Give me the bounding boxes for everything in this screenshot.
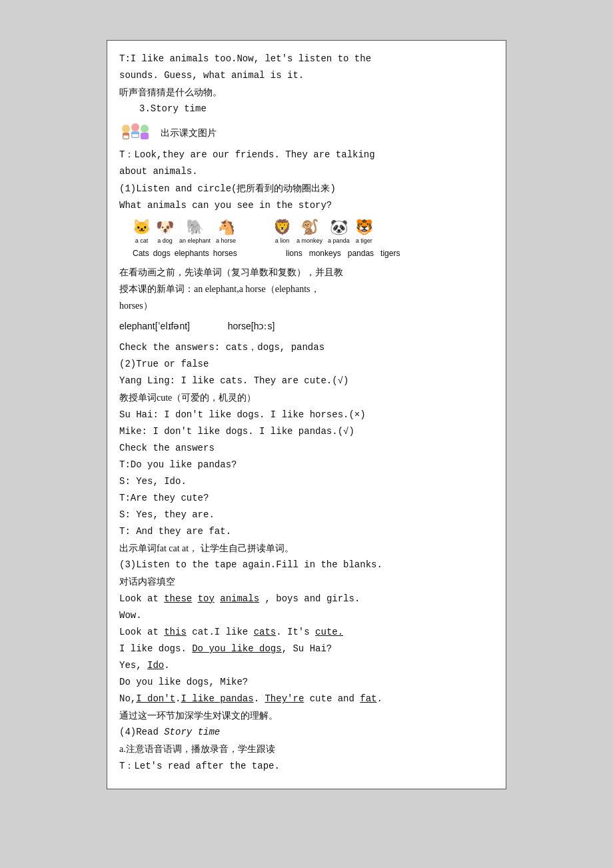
deepen-cn: 通过这一环节加深学生对课文的理解。 bbox=[119, 708, 494, 723]
label-lions: lions bbox=[286, 247, 303, 261]
listen3: (3)Listen to the tape again.Fill in the … bbox=[119, 557, 494, 573]
do-you-mike-line: Do you like dogs, Mike? bbox=[119, 675, 494, 690]
its-text: . It's bbox=[276, 627, 315, 637]
yes-end: . bbox=[164, 660, 169, 671]
t-are: T:Are they cute? bbox=[119, 491, 494, 506]
check-answers2: Check the answers bbox=[119, 441, 494, 456]
do-you-ul: Do you like dogs bbox=[192, 643, 281, 654]
dot1: .I like bbox=[209, 627, 253, 637]
animal-labels-left: Cats dogs elephants horses bbox=[133, 247, 273, 261]
a-note-cn: a.注意语音语调，播放录音，学生跟读 bbox=[119, 741, 494, 757]
yes-text: Yes, bbox=[119, 660, 147, 671]
space-cat: cat bbox=[187, 627, 209, 637]
cute-word: cute. bbox=[315, 627, 343, 637]
svg-rect-6 bbox=[123, 135, 129, 139]
t-look: T：Look,they are our friends. They are ta… bbox=[119, 147, 494, 163]
phonetic2: horse[hɔːs] bbox=[228, 321, 275, 331]
new-words-cn2: 授本课的新单词：an elephant,a horse（elephants， bbox=[119, 281, 494, 297]
fat-end: . bbox=[377, 693, 382, 704]
no-line: No,I don't.I like pandas. They're cute a… bbox=[119, 691, 494, 707]
animal-labels: Cats dogs elephants horses lions monkeys… bbox=[133, 247, 494, 261]
animal-horse: 🐴 a horse bbox=[216, 219, 236, 246]
i-like-dogs-line: I like dogs. Do you like dogs, Su Hai? bbox=[119, 641, 494, 657]
animal-elephant: 🐘 an elephant bbox=[179, 219, 211, 246]
t-lets: T：Let's read after the tape. bbox=[119, 759, 494, 774]
t-look2: about animals. bbox=[119, 164, 494, 179]
svg-point-0 bbox=[122, 125, 130, 133]
phonetic1: elephant[ˈelɪfənt] bbox=[119, 321, 190, 331]
fill-cn: 对话内容填空 bbox=[119, 574, 494, 589]
story-icon-row: 出示课文图片 bbox=[119, 121, 494, 145]
story-time-italic: Story time bbox=[164, 727, 220, 737]
animal-labels-right: lions monkeys pandas tigers bbox=[286, 247, 400, 261]
ido-word: Ido bbox=[147, 660, 164, 671]
animals-word: animals bbox=[220, 593, 259, 604]
cute-fat-text: cute and bbox=[304, 693, 360, 704]
section3: 3.Story time bbox=[139, 101, 494, 117]
look-at-this-line: Look at this cat.I like cats. It's cute. bbox=[119, 625, 494, 640]
i-like-dogs-text: I like dogs. bbox=[119, 643, 192, 654]
toy-word: toy bbox=[198, 593, 215, 604]
phonetics-row: elephant[ˈelɪfənt] horse[hɔːs] bbox=[119, 319, 494, 335]
animal-dog: 🐶 a dog bbox=[156, 219, 174, 246]
animal-tiger: 🐯 a tiger bbox=[355, 219, 373, 246]
wow-line: Wow. bbox=[119, 608, 494, 623]
new-words-cn3: horses） bbox=[119, 298, 494, 313]
look-at-text: Look at bbox=[119, 593, 164, 604]
svg-rect-7 bbox=[132, 134, 139, 137]
svg-rect-5 bbox=[141, 133, 149, 139]
these-word: these bbox=[164, 593, 192, 604]
look-rest: , boys and girls. bbox=[259, 593, 360, 604]
look-at-these-line: Look at these toy animals , boys and gir… bbox=[119, 591, 494, 607]
t-do-you: T:Do you like pandas? bbox=[119, 457, 494, 473]
story-icon bbox=[119, 121, 154, 145]
animals-row: 🐱 a cat 🐶 a dog 🐘 an elephant 🐴 a horse … bbox=[133, 219, 494, 246]
svg-point-2 bbox=[131, 123, 139, 131]
theyre-ul: They're bbox=[265, 693, 304, 704]
su-hai: Su Hai: I don't like dogs. I like horses… bbox=[119, 407, 494, 423]
animal-lion: 🦁 a lion bbox=[273, 219, 291, 246]
intro-cn: 听声音猜猜是什么动物。 bbox=[119, 85, 494, 100]
s-yes2: S: Yes, they are. bbox=[119, 507, 494, 523]
this-word: this bbox=[164, 627, 187, 637]
listen-circle: (1)Listen and circle(把所看到的动物圈出来) bbox=[119, 181, 494, 197]
what-animals: What animals can you see in the story? bbox=[119, 198, 494, 213]
no-text: No, bbox=[119, 693, 136, 704]
look-at-this-text: Look at bbox=[119, 627, 164, 637]
space1 bbox=[192, 593, 197, 604]
svg-point-4 bbox=[141, 125, 149, 133]
yes-ido-line: Yes, Ido. bbox=[119, 658, 494, 673]
read4-text: (4)Read bbox=[119, 727, 164, 737]
space2 bbox=[215, 593, 220, 604]
fat-ul: fat bbox=[360, 693, 376, 704]
main-content: T:I like animals too.Now, let's listen t… bbox=[107, 40, 506, 789]
intro-line2: sounds. Guess, what animal is it. bbox=[119, 68, 494, 83]
label-tigers: tigers bbox=[380, 247, 400, 261]
new-words-cn: 在看动画之前，先读单词（复习单数和复数），并且教 bbox=[119, 265, 494, 280]
animal-cat: 🐱 a cat bbox=[133, 219, 151, 246]
i-dont-ul: I don't bbox=[136, 693, 175, 704]
read4-line: (4)Read Story time bbox=[119, 725, 494, 740]
true-false: (2)True or false bbox=[119, 357, 494, 372]
label-horses: horses bbox=[213, 247, 237, 261]
check-answers: Check the answers: cats，dogs, pandas bbox=[119, 340, 494, 355]
label-pandas: pandas bbox=[348, 247, 374, 261]
t-and: T: And they are fat. bbox=[119, 524, 494, 539]
period2: . bbox=[254, 693, 265, 704]
fat-cn: 出示单词fat cat at， 让学生自己拼读单词。 bbox=[119, 541, 494, 556]
animal-panda: 🐼 a panda bbox=[328, 219, 350, 246]
cats-word: cats bbox=[254, 627, 277, 637]
s-yes: S: Yes, Ido. bbox=[119, 474, 494, 489]
teach-cute-cn: 教授单词cute（可爱的，机灵的） bbox=[119, 390, 494, 405]
su-hai2-text: , Su Hai? bbox=[282, 643, 332, 654]
label-cats: Cats bbox=[133, 247, 149, 261]
label-monkeys: monkeys bbox=[309, 247, 341, 261]
yang-ling: Yang Ling: I like cats. They are cute.(√… bbox=[119, 373, 494, 389]
i-like-pandas-ul: I like pandas bbox=[181, 693, 253, 704]
label-elephants: elephants bbox=[175, 247, 209, 261]
intro-line1: T:I like animals too.Now, let's listen t… bbox=[119, 51, 494, 67]
show-pic-label: 出示课文图片 bbox=[161, 125, 217, 141]
mike: Mike: I don't like dogs. I like pandas.(… bbox=[119, 424, 494, 439]
label-dogs: dogs bbox=[153, 247, 171, 261]
animal-monkey: 🐒 a monkey bbox=[297, 219, 322, 246]
